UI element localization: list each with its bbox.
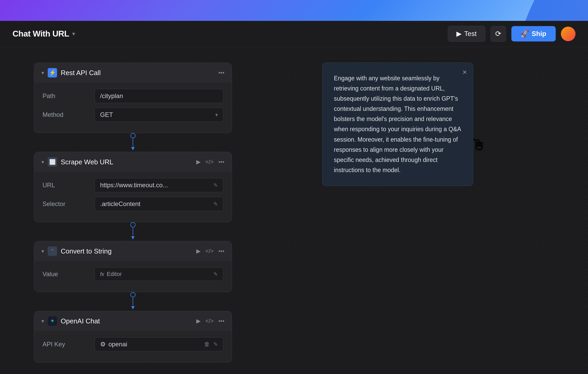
openai-icon: ✦ — [48, 316, 57, 326]
node-scrape-web-url: ▾ ⬜ Scrape Web URL ▶ </> ••• URL https:/… — [34, 152, 232, 222]
play-icon: ▶ — [456, 30, 462, 38]
rocket-icon: 🚀 — [521, 30, 529, 38]
path-value[interactable]: /cityplan — [95, 89, 223, 103]
node-actions: ••• — [218, 69, 224, 76]
url-edit-icon[interactable]: ✎ — [213, 182, 218, 188]
app-title: Chat With URL — [13, 29, 69, 39]
ship-label: Ship — [532, 30, 546, 38]
node-rest-api-body: Path /cityplan Method GET ▾ — [34, 83, 232, 133]
openai-code-icon[interactable]: </> — [205, 318, 214, 324]
convert-code-icon[interactable]: </> — [205, 248, 214, 255]
scrape-collapse-chevron[interactable]: ▾ — [41, 159, 44, 165]
scrape-code-icon[interactable]: </> — [205, 159, 214, 165]
node-openai-chat: ▾ ✦ OpenAI Chat ▶ </> ••• API Key ⚙ op — [34, 311, 232, 363]
apikey-label: API Key — [42, 341, 95, 348]
connector-arrow-1: ▼ — [130, 145, 136, 152]
selector-value[interactable]: .articleContent ✎ — [95, 197, 223, 211]
user-avatar[interactable] — [561, 27, 575, 41]
openai-key-content: ⚙ openai — [100, 341, 127, 348]
openai-key-text: openai — [108, 341, 127, 348]
value-field-row: Value fx Editor ✎ — [42, 267, 223, 281]
delete-icon[interactable]: 🗑 — [204, 341, 210, 348]
apikey-edit-icon[interactable]: ✎ — [213, 341, 218, 347]
node-rest-api-call: ▾ ⚡ Rest API Call ••• Path /cityplan Met… — [34, 63, 232, 133]
node-scrape-header: ▾ ⬜ Scrape Web URL ▶ </> ••• — [34, 152, 232, 172]
node-rest-api-header: ▾ ⚡ Rest API Call ••• — [34, 63, 232, 83]
node-convert-body: Value fx Editor ✎ — [34, 261, 232, 292]
apikey-value[interactable]: ⚙ openai 🗑 ✎ — [95, 337, 223, 351]
connector-2: ▼ — [34, 222, 232, 241]
topbar-actions: ▶ Test ⟳ 🚀 Ship — [448, 26, 575, 42]
history-icon: ⟳ — [495, 29, 501, 38]
url-value[interactable]: https://www.timeout.co... ✎ — [95, 178, 223, 192]
topbar: Chat With URL ▾ ▶ Test ⟳ 🚀 Ship — [0, 21, 588, 47]
connector-arrow-2: ▼ — [130, 234, 136, 241]
selector-edit-icon[interactable]: ✎ — [213, 201, 218, 207]
node-title-rest-api: Rest API Call — [61, 69, 101, 77]
node-convert-to-string: ▾ " Convert to String ▶ </> ••• Value fx — [34, 241, 232, 292]
method-field-row: Method GET ▾ — [42, 108, 223, 122]
node-title-convert: Convert to String — [61, 247, 112, 255]
convert-play-icon[interactable]: ▶ — [196, 248, 201, 255]
value-field[interactable]: fx Editor ✎ — [95, 267, 223, 281]
scrape-play-icon[interactable]: ▶ — [196, 159, 201, 165]
topbar-title-group: Chat With URL ▾ — [13, 29, 75, 39]
convert-node-actions: ▶ </> ••• — [196, 248, 224, 255]
info-popup-text: Engage with any website seamlessly by re… — [334, 73, 462, 175]
flow-container: ▾ ⚡ Rest API Call ••• Path /cityplan Met… — [34, 63, 232, 363]
connector-circle-1 — [130, 133, 136, 138]
canvas: ▾ ⚡ Rest API Call ••• Path /cityplan Met… — [0, 47, 588, 374]
quote-icon: " — [48, 246, 57, 256]
node-convert-header: ▾ " Convert to String ▶ </> ••• — [34, 241, 232, 261]
title-chevron[interactable]: ▾ — [72, 31, 75, 37]
apikey-field-row: API Key ⚙ openai 🗑 ✎ — [42, 337, 223, 351]
path-text: /cityplan — [100, 92, 123, 100]
path-field-row: Path /cityplan — [42, 89, 223, 103]
path-label: Path — [42, 92, 95, 100]
editor-label: Editor — [107, 271, 122, 278]
node-openai-body: API Key ⚙ openai 🗑 ✎ — [34, 331, 232, 362]
openai-play-icon[interactable]: ▶ — [196, 318, 201, 324]
convert-collapse-chevron[interactable]: ▾ — [41, 248, 44, 254]
value-edit-icon[interactable]: ✎ — [213, 271, 218, 277]
fx-badge: fx Editor — [100, 271, 122, 278]
select-chevron-down-icon: ▾ — [215, 112, 218, 118]
openai-key-icon: ⚙ — [100, 341, 106, 348]
scrape-icon: ⬜ — [48, 157, 57, 167]
ship-button[interactable]: 🚀 Ship — [511, 26, 556, 41]
convert-more-icon[interactable]: ••• — [218, 248, 224, 255]
openai-collapse-chevron[interactable]: ▾ — [41, 318, 44, 324]
url-text: https://www.timeout.co... — [100, 182, 168, 189]
node-title-scrape: Scrape Web URL — [61, 158, 113, 166]
selector-text: .articleContent — [100, 200, 140, 208]
url-label: URL — [42, 182, 95, 189]
connector-1: ▼ — [34, 133, 232, 152]
url-field-row: URL https://www.timeout.co... ✎ — [42, 178, 223, 192]
openai-node-actions: ▶ </> ••• — [196, 318, 224, 324]
close-icon[interactable]: × — [463, 68, 467, 76]
scrape-more-icon[interactable]: ••• — [218, 159, 224, 165]
info-popup: × Engage with any website seamlessly by … — [322, 63, 473, 186]
connector-arrow-3: ▼ — [130, 304, 136, 311]
history-button[interactable]: ⟳ — [491, 26, 506, 42]
method-text: GET — [100, 111, 113, 118]
node-header-left: ▾ ⚡ Rest API Call — [41, 68, 214, 77]
selector-field-row: Selector .articleContent ✎ — [42, 197, 223, 211]
bolt-icon: ⚡ — [48, 68, 57, 77]
node-collapse-chevron[interactable]: ▾ — [41, 70, 44, 76]
node-scrape-body: URL https://www.timeout.co... ✎ Selector… — [34, 172, 232, 222]
method-select[interactable]: GET ▾ — [95, 108, 223, 122]
test-button[interactable]: ▶ Test — [448, 26, 485, 42]
scrape-node-actions: ▶ </> ••• — [196, 159, 224, 165]
openai-more-icon[interactable]: ••• — [218, 318, 224, 324]
connector-3: ▼ — [34, 292, 232, 311]
node-convert-header-left: ▾ " Convert to String — [41, 246, 192, 256]
test-label: Test — [464, 30, 477, 38]
node-openai-header: ▾ ✦ OpenAI Chat ▶ </> ••• — [34, 311, 232, 331]
node-scrape-header-left: ▾ ⬜ Scrape Web URL — [41, 157, 192, 167]
selector-label: Selector — [42, 200, 95, 208]
value-label: Value — [42, 270, 95, 278]
node-title-openai: OpenAI Chat — [61, 317, 100, 325]
method-label: Method — [42, 111, 95, 118]
more-options-icon[interactable]: ••• — [218, 69, 224, 76]
